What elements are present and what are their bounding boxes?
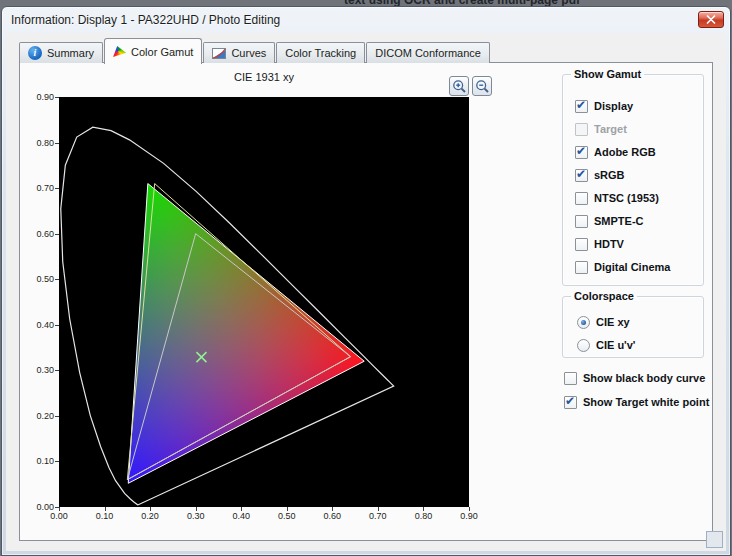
tab-label: Color Gamut [131, 46, 193, 58]
checkbox-label: Show black body curve [583, 372, 705, 384]
checkbox-label: sRGB [594, 169, 625, 181]
checkbox-hdtv[interactable]: HDTV [575, 237, 703, 251]
x-tick-label: 0.00 [44, 511, 74, 521]
x-tick-label: 0.90 [454, 511, 484, 521]
checkbox-show-target-white-point[interactable]: Show Target white point [564, 395, 709, 409]
x-tick-mark [332, 507, 333, 511]
tab-label: Curves [231, 47, 266, 59]
checkbox-digital-cinema[interactable]: Digital Cinema [575, 260, 703, 274]
radio-button [577, 316, 590, 329]
zoom-out-button[interactable] [472, 76, 492, 96]
checkbox-srgb[interactable]: sRGB [575, 168, 703, 182]
show-gamut-group: Show Gamut Display Target Adobe RGB sRGB [562, 74, 704, 286]
display-gamut-outline [128, 184, 364, 484]
checkbox-box [575, 146, 588, 159]
chromaticity-plot[interactable] [59, 97, 469, 507]
tab-summary[interactable]: i Summary [19, 42, 103, 63]
app-window: Information: Display 1 - PA322UHD / Phot… [1, 6, 731, 556]
checkbox-label: Digital Cinema [594, 261, 670, 273]
checkbox-ntsc-1953[interactable]: NTSC (1953) [575, 191, 703, 205]
colorspace-group: Colorspace CIE xy CIE u'v' [562, 296, 704, 358]
gamut-chart-overlay [59, 97, 469, 507]
curves-icon [212, 48, 226, 59]
tab-dicom-conformance[interactable]: DICOM Conformance [366, 42, 490, 63]
tab-label: DICOM Conformance [375, 47, 481, 59]
gamut-icon [113, 46, 126, 57]
x-tick-mark [469, 507, 470, 511]
checkbox-box [575, 238, 588, 251]
tab-color-gamut[interactable]: Color Gamut [104, 38, 202, 64]
x-tick-mark [196, 507, 197, 511]
checkbox-box [564, 372, 577, 385]
radio-label: CIE xy [596, 316, 630, 328]
screen: { "backdrop": { "text": "text using OCR … [0, 0, 732, 556]
y-tick-label: 0.40 [21, 320, 54, 330]
y-tick-mark [55, 507, 59, 508]
x-tick-mark [423, 507, 424, 511]
tab-label: Summary [47, 47, 94, 59]
radio-button [577, 339, 590, 352]
checkbox-box [575, 123, 588, 136]
checkbox-adobe-rgb[interactable]: Adobe RGB [575, 145, 703, 159]
checkbox-box [575, 100, 588, 113]
checkbox-label: Target [594, 123, 627, 135]
color-gamut-panel: CIE 1931 xy 0.000.100.200.300.400.500.60… [19, 62, 713, 541]
close-button[interactable] [698, 11, 724, 28]
x-tick-mark [287, 507, 288, 511]
x-tick-label: 0.70 [363, 511, 393, 521]
resize-grip[interactable] [706, 531, 723, 548]
y-tick-label: 0.30 [21, 365, 54, 375]
zoom-in-icon [452, 79, 467, 94]
zoom-in-button[interactable] [449, 76, 469, 96]
y-tick-label: 0.70 [21, 183, 54, 193]
x-tick-label: 0.30 [181, 511, 211, 521]
x-tick-mark [59, 507, 60, 511]
checkbox-box [575, 261, 588, 274]
srgb-outline [127, 234, 350, 480]
tab-color-tracking[interactable]: Color Tracking [276, 42, 365, 63]
checkbox-show-black-body-curve[interactable]: Show black body curve [564, 371, 705, 385]
tab-curves[interactable]: Curves [203, 42, 275, 63]
checkbox-box [575, 215, 588, 228]
x-tick-label: 0.10 [90, 511, 120, 521]
white-point-marker [196, 352, 206, 362]
x-tick-mark [378, 507, 379, 511]
checkbox-box [575, 192, 588, 205]
radio-label: CIE u'v' [596, 339, 635, 351]
info-icon: i [28, 46, 42, 60]
spectral-locus [61, 127, 394, 505]
group-title-colorspace: Colorspace [571, 290, 637, 302]
checkbox-smpte-c[interactable]: SMPTE-C [575, 214, 703, 228]
y-tick-label: 0.60 [21, 229, 54, 239]
y-tick-label: 0.10 [21, 456, 54, 466]
x-tick-label: 0.40 [226, 511, 256, 521]
y-tick-label: 0.50 [21, 274, 54, 284]
close-icon [706, 15, 716, 24]
x-tick-mark [241, 507, 242, 511]
x-tick-mark [150, 507, 151, 511]
x-tick-label: 0.20 [135, 511, 165, 521]
window-title: Information: Display 1 - PA322UHD / Phot… [11, 13, 280, 27]
x-tick-label: 0.80 [408, 511, 438, 521]
y-tick-label: 0.80 [21, 138, 54, 148]
x-tick-label: 0.50 [272, 511, 302, 521]
y-tick-label: 0.20 [21, 411, 54, 421]
y-tick-label: 0.00 [21, 502, 54, 512]
radio-cie-xy[interactable]: CIE xy [577, 315, 703, 329]
radio-cie-uv[interactable]: CIE u'v' [577, 338, 703, 352]
checkbox-label: Display [594, 100, 633, 112]
tab-strip: i Summary Color Gamut Curves Color Tra [19, 36, 491, 63]
dialog-body: i Summary Color Gamut Curves Color Tra [6, 33, 726, 551]
checkbox-label: Show Target white point [583, 396, 709, 408]
adobe-rgb-outline [127, 184, 350, 480]
checkbox-label: Adobe RGB [594, 146, 656, 158]
title-bar[interactable]: Information: Display 1 - PA322UHD / Phot… [2, 7, 730, 33]
checkbox-box [564, 396, 577, 409]
x-tick-label: 0.60 [317, 511, 347, 521]
checkbox-box [575, 169, 588, 182]
checkbox-label: HDTV [594, 238, 624, 250]
x-tick-mark [105, 507, 106, 511]
checkbox-display[interactable]: Display [575, 99, 703, 113]
group-title-show-gamut: Show Gamut [571, 68, 644, 80]
zoom-out-icon [475, 79, 490, 94]
